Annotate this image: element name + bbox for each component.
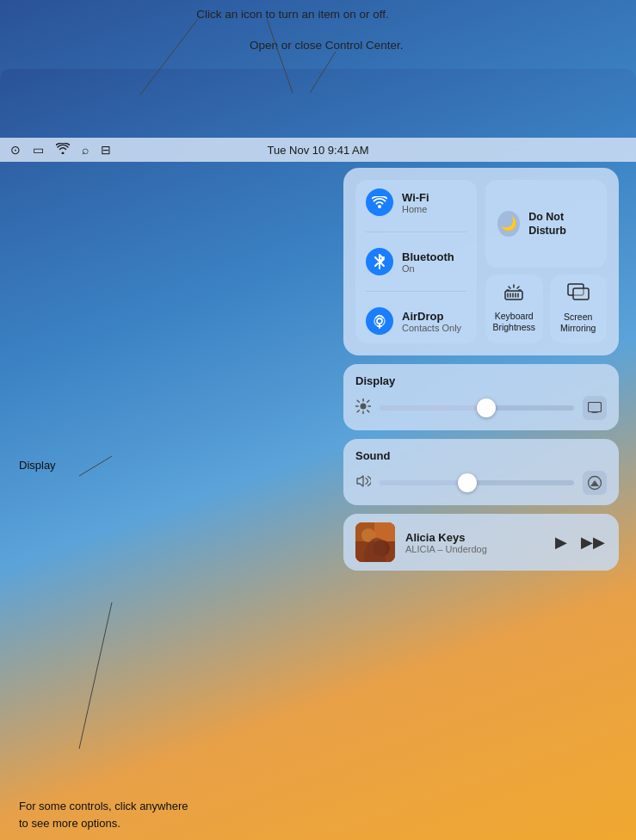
connectivity-panel: Wi-Fi Home Bluetooth On — [355, 180, 477, 343]
display-title: Display — [355, 374, 607, 387]
airdrop-text: AirDrop Contacts Only — [402, 310, 461, 333]
display-slider-track[interactable] — [380, 405, 574, 411]
np-subtitle: ALICIA – Underdog — [405, 544, 543, 554]
now-playing-section[interactable]: Alicia Keys ALICIA – Underdog ▶ ▶▶ — [343, 514, 619, 571]
airdrop-toggle-icon[interactable] — [366, 307, 393, 335]
keyboard-brightness-icon — [503, 284, 524, 306]
svg-line-26 — [357, 400, 359, 402]
annotation-click-icon: Click an icon to turn an item on or off. — [120, 7, 465, 23]
svg-rect-30 — [589, 403, 602, 412]
album-art — [355, 522, 395, 562]
svg-line-27 — [367, 411, 369, 412]
sound-slider-track[interactable] — [380, 480, 574, 485]
airdrop-sub: Contacts Only — [402, 323, 461, 333]
screen-mirroring-label: Screen Mirroring — [557, 312, 601, 335]
bluetooth-name: Bluetooth — [402, 250, 454, 263]
wifi-icon[interactable] — [56, 143, 70, 157]
np-title: Alicia Keys — [405, 531, 543, 544]
wifi-item[interactable]: Wi-Fi Home — [366, 188, 466, 216]
sound-slider-row — [355, 471, 607, 495]
menubar: ⊙ ▭ ⌕ ⊟ Tue Nov 10 9:41 AM — [0, 138, 636, 162]
right-panel: 🌙 Do Not Disturb — [485, 180, 607, 343]
now-playing-controls: ▶ ▶▶ — [553, 531, 607, 553]
svg-line-15 — [509, 287, 510, 288]
volume-icon — [355, 474, 371, 491]
screen-mirroring-button[interactable]: Screen Mirroring — [550, 275, 608, 343]
menubar-left-icons: ⊙ ▭ ⌕ ⊟ — [10, 143, 111, 157]
display-section: Display — [343, 364, 619, 430]
album-art-image — [355, 522, 395, 562]
svg-line-28 — [357, 411, 359, 412]
bluetooth-toggle-icon[interactable] — [366, 248, 393, 275]
connectivity-section: Wi-Fi Home Bluetooth On — [343, 168, 619, 355]
dnd-button[interactable]: 🌙 Do Not Disturb — [485, 180, 607, 268]
wifi-sub: Home — [402, 204, 429, 214]
keyboard-brightness-label: Keyboard Brightness — [492, 311, 536, 334]
sound-title: Sound — [355, 449, 607, 462]
keyboard-brightness-button[interactable]: Keyboard Brightness — [485, 275, 543, 343]
battery-icon: ▭ — [33, 143, 44, 157]
svg-point-5 — [378, 205, 381, 208]
play-pause-button[interactable]: ▶ — [553, 531, 569, 553]
svg-rect-20 — [573, 288, 589, 300]
bluetooth-sub: On — [402, 263, 454, 274]
svg-point-21 — [361, 404, 367, 410]
small-buttons: Keyboard Brightness Screen Mirroring — [485, 275, 607, 343]
play-icon[interactable]: ⊙ — [10, 143, 21, 157]
dnd-icon: 🌙 — [497, 211, 520, 237]
control-center-icon[interactable]: ⊟ — [101, 143, 111, 157]
search-icon[interactable]: ⌕ — [82, 143, 89, 157]
menubar-datetime: Tue Nov 10 9:41 AM — [267, 144, 368, 157]
separator-2 — [366, 291, 466, 292]
airplay-icon[interactable] — [583, 471, 607, 495]
annotation-bottom-tip: For some controls, click anywhere to see… — [19, 798, 191, 831]
sound-section: Sound — [343, 439, 619, 505]
annotation-display-label: Display — [19, 458, 56, 473]
control-center-panel: Wi-Fi Home Bluetooth On — [343, 168, 619, 571]
bluetooth-text: Bluetooth On — [402, 250, 454, 274]
dnd-label: Do Not Disturb — [528, 210, 595, 238]
separator-1 — [366, 232, 466, 232]
display-end-icon[interactable] — [583, 396, 607, 420]
airdrop-item[interactable]: AirDrop Contacts Only — [366, 307, 466, 335]
display-slider-thumb[interactable] — [477, 398, 496, 417]
wifi-toggle-icon[interactable] — [366, 188, 393, 216]
airdrop-name: AirDrop — [402, 310, 461, 323]
wifi-name: Wi-Fi — [402, 191, 429, 204]
annotation-open-close: Open or close Control Center. — [250, 38, 542, 54]
sound-slider-fill — [380, 480, 467, 485]
svg-line-16 — [517, 287, 519, 288]
now-playing-info: Alicia Keys ALICIA – Underdog — [405, 531, 543, 554]
sound-slider-thumb[interactable] — [458, 473, 477, 492]
screen-mirroring-icon — [567, 283, 590, 307]
wifi-text: Wi-Fi Home — [402, 191, 429, 214]
display-slider-row — [355, 396, 607, 420]
brightness-icon — [355, 398, 371, 417]
svg-line-29 — [367, 400, 369, 402]
display-slider-fill — [380, 405, 486, 411]
skip-forward-button[interactable]: ▶▶ — [579, 531, 607, 553]
screen-frame: ⊙ ▭ ⌕ ⊟ Tue Nov 10 9:41 AM — [0, 69, 636, 840]
bluetooth-item[interactable]: Bluetooth On — [366, 248, 466, 275]
